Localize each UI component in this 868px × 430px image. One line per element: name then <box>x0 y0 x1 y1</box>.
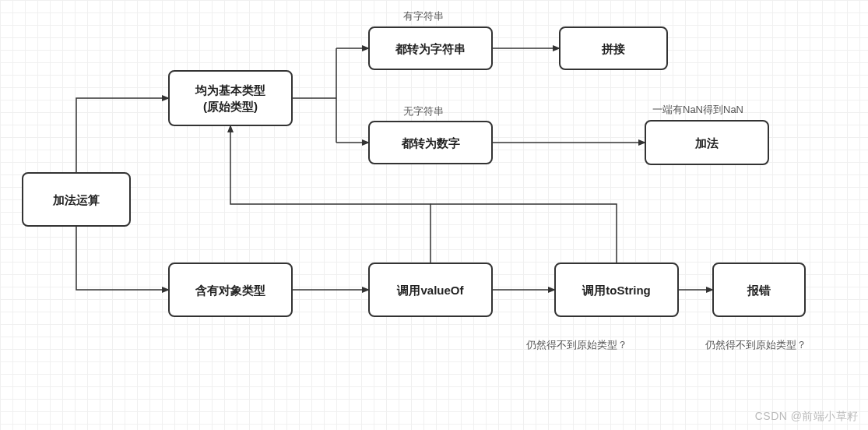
node-start: 加法运算 <box>22 172 131 227</box>
node-add-text: 加法 <box>695 135 719 151</box>
node-tonum: 都转为数字 <box>368 121 493 164</box>
node-error-text: 报错 <box>747 282 771 298</box>
label-q1: 仍然得不到原始类型？ <box>526 338 627 352</box>
node-tostr-text: 都转为字符串 <box>395 41 466 57</box>
node-tostring-text: 调用toString <box>582 282 651 298</box>
node-object: 含有对象类型 <box>168 263 293 317</box>
node-tostr: 都转为字符串 <box>368 26 493 70</box>
label-nan: 一端有NaN得到NaN <box>652 103 743 117</box>
label-q2: 仍然得不到原始类型？ <box>705 338 807 352</box>
label-nostr: 无字符串 <box>403 104 444 118</box>
node-object-text: 含有对象类型 <box>195 282 265 298</box>
node-tostring: 调用toString <box>554 263 679 317</box>
node-concat: 拼接 <box>559 26 668 70</box>
label-hasstr: 有字符串 <box>403 9 444 23</box>
node-primitive-text: 均为基本类型 (原始类型) <box>195 82 265 115</box>
node-add: 加法 <box>645 120 769 165</box>
node-start-text: 加法运算 <box>53 192 100 208</box>
node-tonum-text: 都转为数字 <box>402 135 460 151</box>
watermark: CSDN @前端小草籽 <box>755 410 859 424</box>
node-valueof: 调用valueOf <box>368 263 493 317</box>
node-valueof-text: 调用valueOf <box>397 282 463 298</box>
node-primitive: 均为基本类型 (原始类型) <box>168 70 293 126</box>
node-concat-text: 拼接 <box>602 41 625 57</box>
node-error: 报错 <box>712 263 806 317</box>
